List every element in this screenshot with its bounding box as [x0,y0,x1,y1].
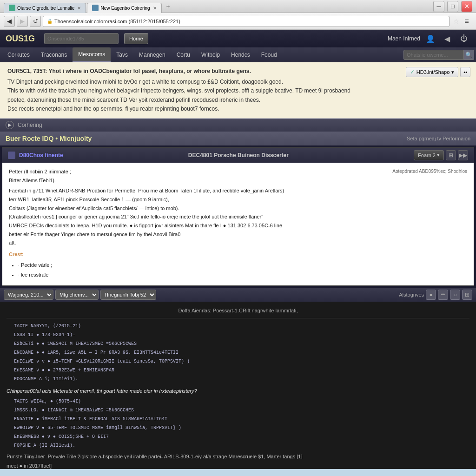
maximize-button[interactable]: □ [447,1,458,12]
nav-item-witboip[interactable]: Witboip [196,47,225,62]
code-block-3: E2bCETi ● ● 1WES4CI M IHEA17SMEC =5K6CP5… [14,340,469,348]
nav-search-input[interactable] [403,50,464,60]
panel-chevron-icon: ▾ [437,152,440,158]
menu-button[interactable]: ≡ [461,16,472,27]
toolbar-grid-button[interactable]: ⊞ [462,290,472,300]
tc-line4: Faertial in g711 Wnet ARDR-SNB Proation … [9,186,467,195]
code-block-b3: EN5ATTE ● iMERACl iTBELT & E5CROAL 5IS 5… [14,415,469,423]
banner-line3: This to with ovid the trackch you neing … [7,86,469,95]
play-button[interactable]: ▶ [6,121,14,129]
chevron-down-icon: ▾ [451,69,454,75]
code-block-b6: FOPSHE A (II AII1es1). [14,442,469,450]
user-label: Maen Inirned [388,35,420,42]
tab-label-2: New Eagenbo Coirering [100,6,150,11]
top-search-input[interactable] [44,33,119,44]
banner-line2: TV Dinget and pecking erveinted inow mio… [7,78,469,86]
tc-line3: Aotepdrated ABD095%ec; Shodhios [392,167,467,185]
browser-tabs: Oiarse Cigrediuitre Lunnslie ✕ New Eagen… [4,0,430,13]
browser-window: Oiarse Cigrediuitre Lunnslie ✕ New Eagen… [0,0,476,469]
toolbar-settings-button[interactable]: ○ [450,290,460,300]
panel-title: D80Chos finente [19,152,63,159]
back-arrow-button[interactable]: ◀ [441,32,454,45]
panel-next-button[interactable]: ▶▶ [458,150,468,160]
bullet-list: · Pectde vàrle ; · lce resstrale [9,261,467,279]
toolbar-select-1[interactable]: Wajorieg..210... [4,290,53,300]
panel-icon [8,152,15,159]
user-icon[interactable]: 👤 [424,32,437,45]
lock-icon: 🔒 [47,19,53,24]
toolbar-select-3[interactable]: Hnegnunh Tobj 52 [100,290,156,300]
new-tab-button[interactable]: + [163,1,174,12]
section-question-1: Chinperse00lal uc/s Mcterate of mernil, … [7,387,469,396]
checkmark-icon: ✓ [410,69,415,75]
code-block-b2: lMSSS.LO. ● tIANbCI m 1MEABAiWEC =5k6GCC… [14,406,469,414]
breadcrumb-bar: Buer Rocte IDQ • Micnjuolty Seta pqrneaj… [0,132,476,145]
paragraph-1b: meet ● in 2017IIael] [7,462,469,469]
section-bar: ▶ Corhering [0,119,476,132]
tc-orange: Crest: [9,250,467,259]
nav-search-button[interactable]: 🔍 [464,50,474,60]
bookmark-star-icon[interactable]: ☆ [453,18,459,25]
nav-item-hendcs[interactable]: Hendcs [225,47,256,62]
banner-line1: OUR5C1, 735T: Yhot i where in OADCbengia… [7,67,469,76]
tab-favicon-2 [92,5,99,11]
panel-form-button[interactable]: Foarn 2 ▾ [414,150,444,160]
toolbar-select-2[interactable]: Mtg chernv... [55,290,99,300]
minimize-button[interactable]: ─ [433,1,444,12]
toolbar-more-button[interactable]: •• [438,290,448,300]
tab-1[interactable]: Oiarse Cigrediuitre Lunnslie ✕ [4,3,86,13]
text-content-area: Petter (IIincbiin 2 iriïmnate ; Birter A… [2,163,474,285]
nav-item-mannegen[interactable]: Mannegen [133,47,171,62]
code-block-2: LSSS 1I ● 173-0234-1)— [14,331,469,339]
panel-grid-button[interactable]: ⊞ [446,150,456,160]
breadcrumb: Buer Rocte IDQ • Micnjuolty [6,135,92,142]
panel-form-label: Foarn 2 [418,152,436,158]
close-button[interactable]: ✕ [461,1,472,12]
banner-right: ✓ HD3.lnt/Shapo ▾ •• [406,67,470,77]
browser-nav-bar: ◀ ▶ ↺ 🔒 Thoenscolsalcolr.colororasi.com … [0,13,476,30]
section-label: Corhering [18,122,42,128]
nav-item-cortu[interactable]: Cortu [171,47,196,62]
tab-close-2[interactable]: ✕ [153,6,157,11]
tab-close-1[interactable]: ✕ [77,6,81,11]
tc-line1: Petter (IIincbiin 2 iriïmnate ; [9,167,71,176]
banner-extra-button[interactable]: •• [460,67,470,77]
nav-item-fooud[interactable]: Fooud [256,47,283,62]
tc-line7: [Oratisfleattel iroes1;] counger or gene… [9,212,467,221]
breadcrumb-right-label[interactable]: Seta pqrneaj tv Performaion [407,136,470,141]
nav-item-tavs[interactable]: Tavs [111,47,133,62]
code-block-6: EnESAME ν ● ● 2752E3WE + E5MIEANSPAR [14,366,469,374]
tc-line8: UMRCE DECIs dlecdinlats to leepa. H1D yo… [9,221,467,230]
tc-line5: ferr WR1I latllea35; AF1I pinck Porscole… [9,195,467,204]
toolbar-dot-button[interactable]: ● [426,290,436,300]
scroll-header: Doffa Aienrlas: Poessart-1.CRift nagrwhi… [7,306,469,318]
tab-2[interactable]: New Eagenbo Coirering ✕ [87,3,161,13]
app-logo: OUS1G [6,34,35,44]
code-block-4: ENCDAME ● ● iAR5, 12we A5L — I Pr 8RA3 9… [14,349,469,357]
home-button[interactable]: Horne [124,33,148,44]
banner-line5: Dse recots onenetptol and hor the op ser… [7,105,469,113]
tc-line2: Birter Allems fTebi1). [9,176,71,185]
nav-menu: Corkutes Traconans Mesocoms Tavs Mannege… [0,47,476,62]
play-icon: ▶ [8,122,12,127]
panel-header: D80Chos finente DEC4801 Porsche Buineon … [2,148,474,163]
code-block-b1: TACTS WII4a, ● (5075-4I) [14,397,469,405]
top-right: Maen Inirned 👤 ◀ ⏻ [388,32,470,45]
banner-dropdown-button[interactable]: ✓ HD3.lnt/Shapo ▾ [406,67,459,77]
banner-line4: poetec, datenuining those the minei scar… [7,96,469,105]
tc-line9: better eir Fortle thager Yinger chere to… [9,230,467,239]
power-icon[interactable]: ⏻ [457,32,470,45]
reload-button[interactable]: ↺ [30,16,41,27]
address-text: Thoenscolsalcolr.colororasi.com (851/12:… [54,19,445,24]
nav-item-traconans[interactable]: Traconans [35,47,73,62]
app-topbar: OUS1G Horne Maen Inirned 👤 ◀ ⏻ [0,30,476,47]
panel-controls: Foarn 2 ▾ ⊞ ▶▶ [414,150,468,160]
tc-line10: att. [9,238,467,247]
tab-favicon-1 [9,5,15,11]
forward-button[interactable]: ▶ [17,16,28,27]
address-bar[interactable]: 🔒 Thoenscolsalcolr.colororasi.com (851/1… [43,16,450,27]
bullet-item-1: · Pectde vàrle ; [18,261,467,270]
nav-item-corkutes[interactable]: Corkutes [2,47,35,62]
back-button[interactable]: ◀ [4,16,15,27]
nav-item-mesocoms[interactable]: Mesocoms [73,47,111,62]
